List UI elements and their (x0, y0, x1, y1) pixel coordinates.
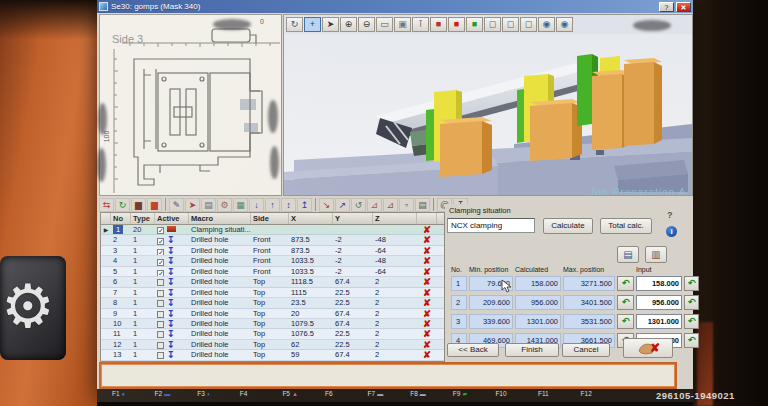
active-checkbox[interactable] (157, 321, 164, 328)
table-row[interactable]: 41✓↧Drilled holeFront1033.5-2-48✘ (101, 256, 444, 266)
calculate-button[interactable]: Calculate (543, 218, 593, 234)
active-checkbox[interactable] (157, 300, 164, 307)
transfer-icon[interactable]: ⇆ (99, 198, 114, 212)
delete-row-button[interactable]: ✘ (417, 225, 437, 234)
col-macro[interactable]: Macro (189, 213, 251, 224)
zoom-fit-icon[interactable]: ▭ (376, 17, 393, 32)
active-checkbox[interactable] (157, 279, 164, 286)
notes-icon[interactable]: ▤ (415, 198, 430, 212)
apply-calculated-button[interactable]: ↶ (617, 314, 634, 329)
delete-row-button[interactable]: ✘ (417, 340, 437, 349)
manual-override-button[interactable]: ✘ (623, 338, 673, 358)
view-iso-1-icon[interactable]: ◻ (484, 17, 501, 32)
delete-row-button[interactable]: ✘ (417, 288, 437, 297)
apply-calculated-button[interactable]: ↶ (617, 276, 634, 291)
col-type[interactable]: Type (131, 213, 155, 224)
arrow-updown-icon[interactable]: ↕ (281, 198, 296, 212)
clamp-input-field[interactable]: 158.000 (636, 276, 682, 291)
checkbox-icon[interactable]: ▫ (399, 198, 414, 212)
arrow-top-icon[interactable]: ↥ (297, 198, 312, 212)
col-z[interactable]: Z (373, 213, 417, 224)
active-checkbox[interactable] (157, 342, 164, 349)
angle-2-icon[interactable]: ⊿ (383, 198, 398, 212)
zoom-window-icon[interactable]: ▣ (394, 17, 411, 32)
delete-row-button[interactable]: ✘ (417, 309, 437, 318)
clamping-name-input[interactable]: NCX clamping (447, 218, 535, 233)
active-checkbox[interactable]: ✓ (157, 227, 164, 234)
view-world-1-icon[interactable]: ◉ (538, 17, 555, 32)
view-green-side-icon[interactable]: ■ (466, 17, 483, 32)
refresh-icon[interactable]: ↻ (115, 198, 130, 212)
col-x[interactable]: X (289, 213, 333, 224)
help-button[interactable]: ? (659, 2, 674, 12)
back-button[interactable]: << Back (447, 343, 499, 357)
table-row[interactable]: 61↧Drilled holeTop1118.567.42✘ (101, 277, 444, 287)
arrow-down-icon[interactable]: ↓ (249, 198, 264, 212)
clamp-input-field[interactable]: 956.000 (636, 295, 682, 310)
apply-input-button[interactable]: ↶ (684, 314, 699, 329)
table-row[interactable]: 101↧Drilled holeTop1079.567.42✘ (101, 319, 444, 329)
edit-page-button[interactable]: ▤ (617, 246, 639, 263)
move-blue-icon[interactable]: ↗ (335, 198, 350, 212)
delete-row-button[interactable]: ✘ (417, 256, 437, 265)
delete-row-button[interactable]: ✘ (417, 298, 437, 307)
cancel-button[interactable]: Cancel (562, 343, 610, 357)
profile-2d-view[interactable]: Side 3 0 100 (99, 14, 282, 196)
copy-icon[interactable]: ▤ (201, 198, 216, 212)
view-red-back-icon[interactable]: ■ (448, 17, 465, 32)
apply-calculated-button[interactable]: ↶ (617, 295, 634, 310)
table-row[interactable]: ▶120✓Clamping situati...✘ (101, 225, 444, 235)
delete-row-button[interactable]: ✘ (417, 277, 437, 286)
zoom-in-icon[interactable]: ⊕ (340, 17, 357, 32)
apply-input-button[interactable]: ↶ (684, 333, 699, 348)
move-red-icon[interactable]: ↘ (319, 198, 334, 212)
pan-view-icon[interactable]: + (304, 17, 321, 32)
delete-row-button[interactable]: ✘ (417, 267, 437, 276)
table-row[interactable]: 111↧Drilled holeTop1076.522.52✘ (101, 329, 444, 339)
export-page-button[interactable]: ▥ (645, 246, 667, 263)
info-icon[interactable]: i (666, 226, 677, 237)
zoom-out-icon[interactable]: ⊖ (358, 17, 375, 32)
rotate-ccw-icon[interactable]: ↺ (351, 198, 366, 212)
macro-gear-icon[interactable]: ⚙ (217, 198, 232, 212)
table-row[interactable]: 71↧Drilled holeTop111522.52✘ (101, 288, 444, 298)
delete-row-button[interactable]: ✘ (417, 329, 437, 338)
angle-1-icon[interactable]: ⊿ (367, 198, 382, 212)
clamp-dark-icon[interactable]: ▆ (131, 198, 146, 212)
delete-row-button[interactable]: ✘ (417, 235, 437, 244)
table-row[interactable]: 81↧Drilled holeTop23.522.52✘ (101, 298, 444, 308)
arrow-up-icon[interactable]: ↑ (265, 198, 280, 212)
table-row[interactable]: 121↧Drilled holeTop6222.52✘ (101, 340, 444, 350)
machine-3d-view[interactable]: ↻+➤⊕⊖▭▣⊺■■■◻◻◻◉◉ (283, 14, 693, 196)
active-checkbox[interactable]: ✓ (157, 249, 164, 255)
col-side[interactable]: Side (251, 213, 289, 224)
active-checkbox[interactable]: ✓ (157, 270, 164, 276)
active-checkbox[interactable]: ✓ (157, 238, 164, 244)
table-row[interactable]: 51✓↧Drilled holeFront1033.5-2-64✘ (101, 267, 444, 277)
delete-row-button[interactable]: ✘ (417, 350, 437, 359)
active-checkbox[interactable] (157, 311, 164, 318)
active-checkbox[interactable]: ✓ (157, 259, 164, 265)
view-iso-3-icon[interactable]: ◻ (520, 17, 537, 32)
col-y[interactable]: Y (333, 213, 373, 224)
active-checkbox[interactable] (157, 290, 164, 297)
col-no[interactable]: No (111, 213, 131, 224)
rotate-view-icon[interactable]: ↻ (286, 17, 303, 32)
view-world-2-icon[interactable]: ◉ (556, 17, 573, 32)
clamp-red-icon[interactable]: ▆ (147, 198, 162, 212)
view3d-viewport[interactable]: Job Preparation A (284, 34, 692, 195)
apply-input-button[interactable]: ↶ (684, 276, 699, 291)
select-cursor-icon[interactable]: ➤ (322, 17, 339, 32)
view-iso-2-icon[interactable]: ◻ (502, 17, 519, 32)
edit-icon[interactable]: ✎ (169, 198, 184, 212)
measure-icon[interactable]: ⊺ (412, 17, 429, 32)
probe-icon[interactable]: ➤ (185, 198, 200, 212)
delete-row-button[interactable]: ✘ (417, 246, 437, 255)
table-row[interactable]: 21✓↧Drilled holeFront873.5-2-48✘ (101, 235, 444, 245)
apply-input-button[interactable]: ↶ (684, 295, 699, 310)
delete-row-button[interactable]: ✘ (417, 319, 437, 328)
active-checkbox[interactable] (157, 331, 164, 338)
view-red-front-icon[interactable]: ■ (430, 17, 447, 32)
col-active[interactable]: Active (155, 213, 189, 224)
help-icon[interactable]: ? (667, 210, 673, 220)
